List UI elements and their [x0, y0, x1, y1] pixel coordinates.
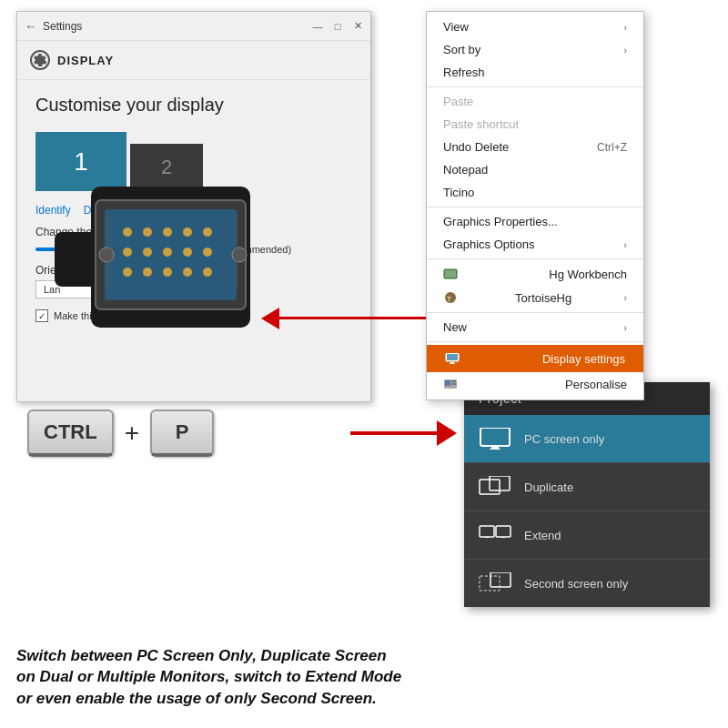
- svg-point-30: [183, 268, 192, 277]
- gear-icon: [30, 50, 50, 70]
- ctx-divider-3: [427, 258, 643, 259]
- titlebar-controls: — □ ✕: [310, 19, 365, 34]
- svg-text:T: T: [447, 295, 451, 303]
- svg-rect-5: [447, 354, 458, 360]
- customise-title: Customise your display: [35, 95, 352, 116]
- ctx-display-settings[interactable]: Display settings: [427, 345, 643, 372]
- close-button[interactable]: ✕: [350, 19, 365, 34]
- ctx-tortoisehg[interactable]: T TortoiseHg ›: [427, 286, 643, 309]
- svg-point-18: [143, 228, 152, 237]
- svg-point-26: [203, 248, 212, 257]
- window-title: Settings: [43, 20, 82, 33]
- svg-rect-9: [445, 380, 450, 386]
- display-label: DISPLAY: [57, 54, 114, 67]
- project-item-extend-label: Extend: [524, 529, 561, 542]
- svg-rect-41: [480, 526, 494, 537]
- personalise-icon: [443, 377, 458, 391]
- svg-rect-38: [490, 449, 500, 450]
- pc-screen-icon: [479, 428, 511, 450]
- ctx-personalise[interactable]: Personalise: [427, 372, 643, 396]
- ctx-divider-5: [427, 341, 643, 342]
- svg-rect-42: [496, 526, 511, 537]
- ctx-paste: Paste: [427, 90, 643, 113]
- ctx-undo-delete-label: Undo Delete: [443, 140, 509, 154]
- ctx-personalise-label: Personalise: [565, 378, 627, 391]
- project-item-extend[interactable]: Extend: [464, 511, 710, 560]
- svg-rect-10: [451, 380, 456, 382]
- ctx-view-arrow: ›: [623, 22, 627, 33]
- svg-rect-7: [450, 363, 455, 364]
- project-item-duplicate[interactable]: Duplicate: [464, 463, 710, 511]
- ctrl-key: CTRL: [27, 410, 114, 457]
- svg-point-28: [143, 268, 152, 277]
- project-panel: Project PC screen only Duplicate: [464, 382, 710, 607]
- checkbox[interactable]: ✓: [35, 309, 48, 322]
- ctx-divider-1: [427, 86, 643, 87]
- tortoisehg-icon: T: [443, 290, 458, 305]
- ctx-tortoisehg-arrow: ›: [623, 292, 627, 303]
- ctx-graphics-options-label: Graphics Options: [443, 238, 534, 251]
- svg-point-22: [123, 248, 132, 257]
- ctx-paste-label: Paste: [443, 95, 473, 108]
- project-item-second-screen-label: Second screen only: [524, 577, 628, 591]
- ctx-notepad[interactable]: Notepad: [427, 158, 643, 181]
- display-settings-icon: [445, 351, 460, 366]
- project-item-pc-screen-label: PC screen only: [524, 432, 604, 446]
- svg-point-17: [123, 228, 132, 237]
- p-key: P: [150, 410, 214, 457]
- ctx-graphics-properties-label: Graphics Properties...: [443, 215, 558, 228]
- svg-point-31: [203, 268, 212, 277]
- settings-section-header: DISPLAY: [17, 41, 370, 80]
- ctx-new-label: New: [443, 320, 467, 334]
- ctx-ticino-label: Ticino: [443, 186, 474, 199]
- svg-rect-6: [450, 362, 454, 363]
- svg-point-23: [143, 248, 152, 257]
- ctx-new[interactable]: New ›: [427, 316, 643, 339]
- vga-connector: [55, 159, 291, 369]
- svg-point-21: [203, 228, 212, 237]
- keyboard-shortcut-section: CTRL + P: [27, 410, 214, 457]
- ctx-graphics-options[interactable]: Graphics Options ›: [427, 233, 643, 256]
- ctx-graphics-properties[interactable]: Graphics Properties...: [427, 210, 643, 233]
- ctx-ticino[interactable]: Ticino: [427, 181, 643, 204]
- arrow-horizontal-1: [268, 317, 428, 319]
- svg-rect-1: [445, 270, 456, 278]
- ctx-undo-delete[interactable]: Undo Delete Ctrl+Z: [427, 136, 643, 158]
- context-menu: View › Sort by › Refresh Paste Paste sho…: [426, 11, 644, 400]
- ctx-tortoisehg-label: TortoiseHg: [515, 291, 571, 305]
- svg-point-24: [163, 248, 172, 257]
- minimize-button[interactable]: —: [310, 19, 325, 34]
- ctx-undo-shortcut: Ctrl+Z: [597, 141, 627, 154]
- ctx-sortby-label: Sort by: [443, 43, 480, 56]
- ctx-refresh-label: Refresh: [443, 66, 485, 79]
- settings-titlebar: ← Settings — □ ✕: [17, 12, 370, 41]
- svg-rect-37: [491, 447, 499, 449]
- back-button[interactable]: ←: [25, 19, 37, 34]
- svg-rect-44: [501, 537, 505, 538]
- project-item-duplicate-label: Duplicate: [524, 480, 573, 494]
- svg-point-27: [123, 268, 132, 277]
- svg-point-32: [99, 248, 114, 262]
- ctx-notepad-label: Notepad: [443, 163, 488, 177]
- hg-workbench-icon: [443, 267, 458, 281]
- ctx-divider-4: [427, 312, 643, 313]
- ctx-paste-shortcut-label: Paste shortcut: [443, 117, 519, 131]
- ctx-refresh[interactable]: Refresh: [427, 61, 643, 84]
- project-item-pc-screen[interactable]: PC screen only: [464, 415, 710, 463]
- maximize-button[interactable]: □: [330, 19, 345, 34]
- duplicate-icon: [479, 476, 511, 498]
- bottom-description: Switch between PC Screen Only, Duplicate…: [16, 645, 408, 710]
- svg-point-20: [183, 228, 192, 237]
- project-item-second-screen[interactable]: Second screen only: [464, 560, 710, 607]
- ctx-graphics-options-arrow: ›: [623, 239, 627, 250]
- ctx-sortby[interactable]: Sort by ›: [427, 38, 643, 61]
- ctx-view[interactable]: View ›: [427, 15, 643, 38]
- ctx-divider-2: [427, 207, 643, 207]
- ctx-sortby-arrow: ›: [623, 45, 627, 56]
- ctx-hg-workbench[interactable]: Hg Workbench: [427, 262, 643, 286]
- arrow-right-head: [437, 420, 457, 446]
- ctx-view-label: View: [443, 20, 469, 34]
- svg-rect-45: [480, 576, 500, 591]
- svg-point-29: [163, 268, 172, 277]
- svg-point-19: [163, 228, 172, 237]
